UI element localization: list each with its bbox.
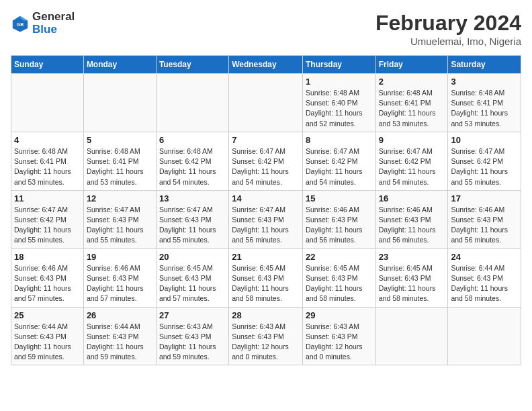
week-row-4: 18Sunrise: 6:46 AM Sunset: 6:43 PM Dayli… (11, 248, 521, 307)
day-cell: 5Sunrise: 6:48 AM Sunset: 6:41 PM Daylig… (83, 132, 156, 190)
day-cell (229, 74, 303, 132)
day-number: 8 (306, 135, 373, 145)
day-cell: 12Sunrise: 6:47 AM Sunset: 6:43 PM Dayli… (83, 190, 156, 248)
day-number: 26 (87, 310, 153, 320)
day-cell: 7Sunrise: 6:47 AM Sunset: 6:42 PM Daylig… (229, 132, 303, 190)
day-info: Sunrise: 6:45 AM Sunset: 6:43 PM Dayligh… (306, 263, 373, 304)
day-cell: 9Sunrise: 6:47 AM Sunset: 6:42 PM Daylig… (375, 132, 448, 190)
day-info: Sunrise: 6:44 AM Sunset: 6:43 PM Dayligh… (451, 263, 518, 304)
day-info: Sunrise: 6:45 AM Sunset: 6:43 PM Dayligh… (159, 263, 226, 304)
day-info: Sunrise: 6:48 AM Sunset: 6:41 PM Dayligh… (451, 88, 518, 129)
calendar-table: SundayMondayTuesdayWednesdayThursdayFrid… (11, 55, 521, 365)
col-header-monday: Monday (83, 56, 156, 74)
day-info: Sunrise: 6:47 AM Sunset: 6:43 PM Dayligh… (87, 205, 153, 246)
day-cell: 4Sunrise: 6:48 AM Sunset: 6:41 PM Daylig… (11, 132, 84, 190)
day-number: 24 (451, 252, 518, 262)
day-number: 27 (159, 310, 226, 320)
day-cell (83, 74, 156, 132)
day-cell: 3Sunrise: 6:48 AM Sunset: 6:41 PM Daylig… (448, 74, 521, 132)
day-info: Sunrise: 6:43 AM Sunset: 6:43 PM Dayligh… (159, 322, 226, 363)
day-number: 18 (14, 252, 81, 262)
day-cell: 11Sunrise: 6:47 AM Sunset: 6:42 PM Dayli… (11, 190, 84, 248)
week-row-2: 4Sunrise: 6:48 AM Sunset: 6:41 PM Daylig… (11, 132, 521, 190)
day-info: Sunrise: 6:48 AM Sunset: 6:40 PM Dayligh… (306, 88, 373, 129)
day-cell: 25Sunrise: 6:44 AM Sunset: 6:43 PM Dayli… (11, 307, 84, 365)
day-number: 14 (232, 193, 300, 203)
day-cell: 19Sunrise: 6:46 AM Sunset: 6:43 PM Dayli… (83, 248, 156, 307)
day-info: Sunrise: 6:45 AM Sunset: 6:43 PM Dayligh… (232, 263, 300, 304)
day-number: 16 (379, 193, 445, 203)
col-header-saturday: Saturday (448, 56, 521, 74)
day-number: 19 (87, 252, 153, 262)
day-info: Sunrise: 6:46 AM Sunset: 6:43 PM Dayligh… (14, 263, 81, 304)
col-header-friday: Friday (375, 56, 448, 74)
day-number: 11 (14, 193, 81, 203)
day-number: 12 (87, 193, 153, 203)
day-number: 2 (379, 77, 445, 87)
day-cell: 15Sunrise: 6:46 AM Sunset: 6:43 PM Dayli… (302, 190, 375, 248)
title-block: February 2024 Umuelemai, Imo, Nigeria (375, 11, 521, 47)
day-number: 7 (232, 135, 300, 145)
day-number: 15 (306, 193, 373, 203)
week-row-1: 1Sunrise: 6:48 AM Sunset: 6:40 PM Daylig… (11, 74, 521, 132)
day-number: 17 (451, 193, 518, 203)
day-number: 1 (306, 77, 373, 87)
day-info: Sunrise: 6:43 AM Sunset: 6:43 PM Dayligh… (306, 322, 373, 363)
col-header-sunday: Sunday (11, 56, 84, 74)
day-info: Sunrise: 6:47 AM Sunset: 6:42 PM Dayligh… (232, 146, 300, 187)
day-info: Sunrise: 6:46 AM Sunset: 6:43 PM Dayligh… (87, 263, 153, 304)
day-cell: 26Sunrise: 6:44 AM Sunset: 6:43 PM Dayli… (83, 307, 156, 365)
svg-text:GB: GB (17, 22, 24, 27)
day-number: 29 (306, 310, 373, 320)
day-number: 13 (159, 193, 226, 203)
day-cell: 1Sunrise: 6:48 AM Sunset: 6:40 PM Daylig… (302, 74, 375, 132)
day-info: Sunrise: 6:45 AM Sunset: 6:43 PM Dayligh… (379, 263, 445, 304)
week-row-3: 11Sunrise: 6:47 AM Sunset: 6:42 PM Dayli… (11, 190, 521, 248)
day-number: 28 (232, 310, 300, 320)
day-cell: 29Sunrise: 6:43 AM Sunset: 6:43 PM Dayli… (302, 307, 375, 365)
day-cell: 28Sunrise: 6:43 AM Sunset: 6:43 PM Dayli… (229, 307, 303, 365)
day-cell: 10Sunrise: 6:47 AM Sunset: 6:42 PM Dayli… (448, 132, 521, 190)
col-header-thursday: Thursday (302, 56, 375, 74)
col-header-wednesday: Wednesday (229, 56, 303, 74)
day-cell (11, 74, 84, 132)
day-cell (156, 74, 228, 132)
day-cell: 27Sunrise: 6:43 AM Sunset: 6:43 PM Dayli… (156, 307, 228, 365)
day-cell (448, 307, 521, 365)
day-cell: 13Sunrise: 6:47 AM Sunset: 6:43 PM Dayli… (156, 190, 228, 248)
day-number: 22 (306, 252, 373, 262)
day-info: Sunrise: 6:48 AM Sunset: 6:41 PM Dayligh… (87, 146, 153, 187)
day-info: Sunrise: 6:43 AM Sunset: 6:43 PM Dayligh… (232, 322, 300, 363)
day-cell: 23Sunrise: 6:45 AM Sunset: 6:43 PM Dayli… (375, 248, 448, 307)
day-info: Sunrise: 6:44 AM Sunset: 6:43 PM Dayligh… (87, 322, 153, 363)
day-cell: 16Sunrise: 6:46 AM Sunset: 6:43 PM Dayli… (375, 190, 448, 248)
day-number: 6 (159, 135, 226, 145)
day-cell: 18Sunrise: 6:46 AM Sunset: 6:43 PM Dayli… (11, 248, 84, 307)
week-row-5: 25Sunrise: 6:44 AM Sunset: 6:43 PM Dayli… (11, 307, 521, 365)
day-info: Sunrise: 6:47 AM Sunset: 6:43 PM Dayligh… (232, 205, 300, 246)
day-cell: 14Sunrise: 6:47 AM Sunset: 6:43 PM Dayli… (229, 190, 303, 248)
day-info: Sunrise: 6:44 AM Sunset: 6:43 PM Dayligh… (14, 322, 81, 363)
day-number: 3 (451, 77, 518, 87)
logo: GB General Blue (11, 11, 75, 36)
location: Umuelemai, Imo, Nigeria (375, 36, 521, 47)
day-info: Sunrise: 6:48 AM Sunset: 6:42 PM Dayligh… (159, 146, 226, 187)
logo-icon: GB (11, 14, 30, 33)
day-info: Sunrise: 6:46 AM Sunset: 6:43 PM Dayligh… (379, 205, 445, 246)
day-info: Sunrise: 6:47 AM Sunset: 6:42 PM Dayligh… (379, 146, 445, 187)
logo-text: General Blue (32, 11, 75, 36)
day-number: 20 (159, 252, 226, 262)
day-cell: 17Sunrise: 6:46 AM Sunset: 6:43 PM Dayli… (448, 190, 521, 248)
day-info: Sunrise: 6:47 AM Sunset: 6:42 PM Dayligh… (306, 146, 373, 187)
month-year: February 2024 (375, 11, 521, 36)
day-number: 4 (14, 135, 81, 145)
day-number: 23 (379, 252, 445, 262)
day-info: Sunrise: 6:48 AM Sunset: 6:41 PM Dayligh… (379, 88, 445, 129)
day-cell: 24Sunrise: 6:44 AM Sunset: 6:43 PM Dayli… (448, 248, 521, 307)
day-number: 5 (87, 135, 153, 145)
day-number: 25 (14, 310, 81, 320)
col-header-tuesday: Tuesday (156, 56, 228, 74)
day-info: Sunrise: 6:47 AM Sunset: 6:43 PM Dayligh… (159, 205, 226, 246)
day-number: 21 (232, 252, 300, 262)
day-number: 9 (379, 135, 445, 145)
